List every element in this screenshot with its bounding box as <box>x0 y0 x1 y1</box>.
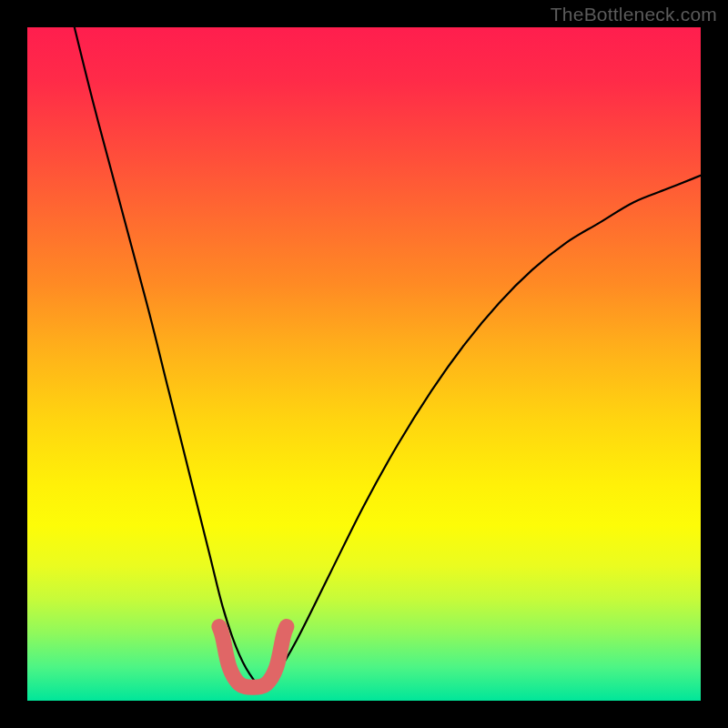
chart-frame: TheBottleneck.com <box>0 0 728 728</box>
watermark-text: TheBottleneck.com <box>551 4 717 25</box>
plot-area <box>27 27 701 701</box>
bottleneck-curve <box>75 27 701 687</box>
curve-layer <box>27 27 701 701</box>
